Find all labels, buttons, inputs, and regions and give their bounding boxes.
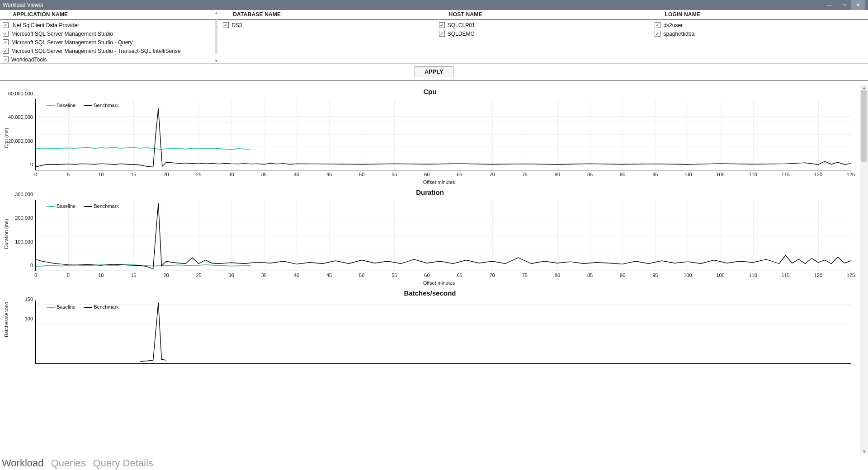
legend-baseline: Baseline <box>47 304 75 310</box>
filter-column: APPLICATION NAME.Net SqlClient Data Prov… <box>0 10 220 63</box>
x-tick: 5 <box>67 271 70 278</box>
filter-item[interactable]: SQLCLP01 <box>438 21 652 29</box>
filter-item-label: DS3 <box>231 22 242 28</box>
y-tick: 60,000,000 <box>8 91 36 96</box>
checkbox-icon[interactable] <box>3 31 9 37</box>
filter-item-label: spaghettidba <box>663 31 694 37</box>
chart-batches: Batches/secondBatches/second100150Baseli… <box>0 287 860 366</box>
series-baseline <box>36 147 251 150</box>
x-tick: 20 <box>163 271 169 278</box>
filter-list: .Net SqlClient Data ProviderMicrosoft SQ… <box>0 20 220 63</box>
filter-item[interactable]: Microsoft SQL Server Management Studio -… <box>2 38 220 47</box>
x-tick: 25 <box>196 271 201 278</box>
minimize-button[interactable]: — <box>822 0 836 10</box>
checkbox-icon[interactable] <box>3 56 9 62</box>
x-tick: 25 <box>196 170 201 177</box>
filter-item[interactable]: Microsoft SQL Server Management Studio -… <box>2 47 220 55</box>
checkbox-icon[interactable] <box>3 39 9 45</box>
close-button[interactable]: ✕ <box>851 0 865 10</box>
chart-cpu: CpuCpu (ms)020,000,00040,000,00060,000,0… <box>0 85 860 186</box>
y-tick: 0 <box>30 263 36 268</box>
x-tick: 45 <box>326 271 332 278</box>
x-tick: 80 <box>555 170 560 177</box>
apply-button[interactable]: APPLY <box>415 66 453 77</box>
vertical-scrollbar[interactable]: ▴ ▾ <box>860 85 868 454</box>
apply-row: APPLY <box>0 64 868 81</box>
x-tick: 0 <box>34 170 37 177</box>
checkbox-icon[interactable] <box>439 22 445 28</box>
x-axis-label: Offset minutes <box>27 179 851 185</box>
scroll-up-icon[interactable]: ▴ <box>863 85 865 90</box>
legend-baseline: Baseline <box>47 203 75 209</box>
x-tick: 115 <box>782 170 790 177</box>
x-tick: 75 <box>522 271 528 278</box>
tab-workload[interactable]: Workload <box>2 457 44 470</box>
checkbox-icon[interactable] <box>655 22 660 28</box>
filter-item[interactable]: WorkloadTools <box>2 55 220 63</box>
chart-title: Batches/second <box>7 289 853 297</box>
tab-queries[interactable]: Queries <box>51 457 86 470</box>
x-tick: 70 <box>490 271 495 278</box>
x-tick: 105 <box>716 271 724 278</box>
legend-baseline: Baseline <box>47 103 75 108</box>
tab-query-details[interactable]: Query Details <box>93 457 153 470</box>
x-tick: 105 <box>716 170 724 177</box>
filter-column: HOST NAMESQLCLP01SQLDEMO <box>436 10 652 63</box>
filter-list: SQLCLP01SQLDEMO <box>436 20 652 39</box>
filter-header: DATABASE NAME <box>220 10 436 20</box>
filter-item[interactable]: SQLDEMO <box>438 29 652 38</box>
filter-item-label: SQLCLP01 <box>448 22 475 28</box>
chart-legend: BaselineBenchmark <box>47 203 119 209</box>
x-tick: 0 <box>34 271 37 278</box>
x-tick: 100 <box>684 170 692 177</box>
series-benchmark <box>36 203 851 269</box>
chart-plot: Cpu (ms)020,000,00040,000,00060,000,0000… <box>27 96 851 186</box>
x-tick: 30 <box>229 271 234 278</box>
x-tick: 125 <box>847 170 855 177</box>
filter-item[interactable]: .Net SqlClient Data Provider <box>2 21 220 29</box>
maximize-button[interactable]: ▭ <box>836 0 851 10</box>
x-tick: 100 <box>684 271 692 278</box>
x-tick: 35 <box>261 271 267 278</box>
x-tick: 120 <box>814 170 822 177</box>
plot-area[interactable]: 100150BaselineBenchmark <box>35 301 851 364</box>
chart-plot: Batches/second100150BaselineBenchmark <box>27 298 851 366</box>
x-tick: 50 <box>359 271 364 278</box>
filter-item[interactable]: spaghettidba <box>654 29 868 38</box>
filter-item[interactable]: DS3 <box>222 21 436 29</box>
filter-list: ds2userspaghettidba <box>652 20 868 39</box>
plot-area[interactable]: 020,000,00040,000,00060,000,000051015202… <box>35 99 851 170</box>
chart-title: Cpu <box>7 88 853 95</box>
checkbox-icon[interactable] <box>3 22 9 28</box>
filter-item-label: Microsoft SQL Server Management Studio <box>11 31 113 37</box>
scroll-down-icon[interactable]: ▾ <box>863 449 865 454</box>
x-axis-label: Offset minutes <box>27 280 851 286</box>
x-tick: 45 <box>326 170 332 177</box>
filter-item[interactable]: ds2user <box>654 21 868 29</box>
checkbox-icon[interactable] <box>223 22 229 28</box>
x-tick: 40 <box>294 271 299 278</box>
legend-benchmark: Benchmark <box>84 304 119 310</box>
x-tick: 70 <box>490 170 495 177</box>
plot-area[interactable]: 0100,000200,000300,000051015202530354045… <box>35 200 851 271</box>
filter-item[interactable]: Microsoft SQL Server Management Studio <box>2 29 220 38</box>
chart-plot: Duration (ms)0100,000200,000300,00005101… <box>27 197 851 287</box>
filter-item-label: SQLDEMO <box>448 31 475 37</box>
legend-benchmark: Benchmark <box>84 103 119 108</box>
y-tick: 20,000,000 <box>8 138 36 144</box>
x-tick: 10 <box>98 271 104 278</box>
checkbox-icon[interactable] <box>3 48 9 54</box>
checkbox-icon[interactable] <box>655 31 660 37</box>
y-tick: 100,000 <box>15 239 36 244</box>
scroll-thumb[interactable] <box>861 90 867 162</box>
x-tick: 5 <box>67 170 70 177</box>
x-tick: 65 <box>457 170 462 177</box>
y-tick: 200,000 <box>15 215 36 221</box>
x-tick: 95 <box>652 170 658 177</box>
filter-item-label: .Net SqlClient Data Provider <box>11 22 79 28</box>
checkbox-icon[interactable] <box>439 31 445 37</box>
y-tick: 0 <box>30 162 36 167</box>
x-tick: 95 <box>652 271 658 278</box>
chart-title: Duration <box>7 188 853 196</box>
titlebar: Workload Viewer — ▭ ✕ <box>0 0 868 10</box>
